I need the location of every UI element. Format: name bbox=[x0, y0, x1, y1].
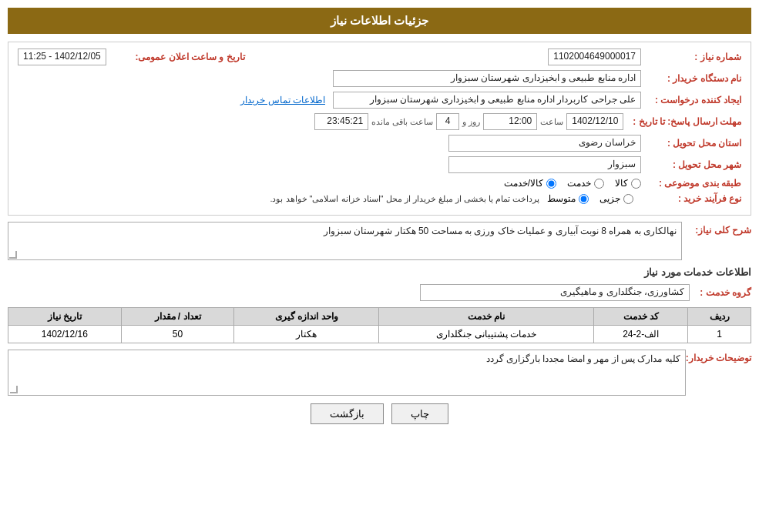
resize-handle bbox=[9, 251, 17, 259]
cell-service-code: الف-2-24 bbox=[594, 326, 688, 343]
category-radio-khedmat-input[interactable] bbox=[594, 179, 604, 189]
buyer-org-label: نام دستگاه خریدار : bbox=[641, 73, 741, 84]
need-number-value: 1102004649000017 bbox=[548, 49, 641, 65]
services-table: ردیف کد خدمت نام خدمت واحد اندازه گیری ت… bbox=[8, 307, 751, 343]
purchase-type-motevaset[interactable]: متوسط bbox=[547, 193, 589, 204]
table-header-quantity: تعداد / مقدار bbox=[121, 308, 234, 326]
buyer-notes-text: کلیه مدارک پس از مهر و امضا مجددا بارگزا… bbox=[486, 353, 680, 364]
need-number-label: شماره نیاز : bbox=[641, 52, 741, 62]
deadline-remaining-label: ساعت باقی مانده bbox=[371, 117, 433, 127]
delivery-city-label: شهر محل تحویل : bbox=[641, 159, 741, 170]
cell-quantity: 50 bbox=[121, 326, 234, 343]
buyer-notes-resize-handle bbox=[10, 386, 18, 393]
deadline-time-label: ساعت bbox=[540, 117, 563, 127]
purchase-type-jozi[interactable]: جزیی bbox=[599, 193, 633, 204]
table-header-service-name: نام خدمت bbox=[379, 308, 594, 326]
category-label: طبقه بندی موضوعی : bbox=[641, 178, 741, 189]
cell-date: 1402/12/16 bbox=[8, 326, 122, 343]
cell-service-name: خدمات پشتیبانی جنگلداری bbox=[379, 326, 594, 343]
category-radio-kala-khedmat-label: کالا/خدمت bbox=[504, 178, 543, 189]
need-desc-label: شرح کلی نیاز: bbox=[682, 222, 751, 236]
cell-row-num: 1 bbox=[688, 326, 751, 343]
table-row: 1 الف-2-24 خدمات پشتیبانی جنگلداری هکتار… bbox=[8, 326, 751, 343]
deadline-days-value: 4 bbox=[436, 113, 459, 130]
print-button[interactable]: چاپ bbox=[391, 403, 448, 424]
purchase-type-radio-group: جزیی متوسط bbox=[547, 193, 633, 204]
deadline-time-value: 12:00 bbox=[483, 113, 537, 130]
purchase-type-jozi-input[interactable] bbox=[623, 194, 633, 204]
action-buttons: چاپ بازگشت bbox=[8, 403, 751, 424]
requester-value: علی جراحی کاربردار اداره منابع طبیعی و ا… bbox=[333, 92, 641, 109]
deadline-days-label: روز و bbox=[462, 117, 480, 127]
buyer-notes-label: توضیحات خریدار: bbox=[686, 350, 751, 363]
delivery-province-label: استان محل تحویل : bbox=[641, 138, 741, 149]
table-header-row-num: ردیف bbox=[688, 308, 751, 326]
delivery-city-value: سبزوار bbox=[448, 156, 641, 173]
buyer-notes-box: کلیه مدارک پس از مهر و امضا مجددا بارگزا… bbox=[8, 350, 686, 396]
requester-contact-link[interactable]: اطلاعات تماس خریدار bbox=[240, 95, 325, 105]
deadline-label: مهلت ارسال پاسخ: تا تاریخ : bbox=[626, 116, 741, 127]
purchase-type-motevaset-label: متوسط bbox=[547, 193, 576, 204]
category-radio-group: کالا خدمت کالا/خدمت bbox=[504, 178, 641, 189]
deadline-date-value: 1402/12/10 bbox=[566, 113, 623, 130]
purchase-type-motevaset-input[interactable] bbox=[579, 194, 589, 204]
cell-unit: هکتار bbox=[234, 326, 379, 343]
category-radio-kala-khedmat[interactable]: کالا/خدمت bbox=[504, 178, 556, 189]
table-header-unit: واحد اندازه گیری bbox=[234, 308, 379, 326]
category-radio-kala-khedmat-input[interactable] bbox=[546, 179, 556, 189]
services-section-title: اطلاعات خدمات مورد نیاز bbox=[8, 266, 751, 278]
back-button[interactable]: بازگشت bbox=[311, 403, 384, 424]
category-radio-kala-label: کالا bbox=[615, 178, 628, 189]
category-radio-khedmat[interactable]: خدمت bbox=[567, 178, 604, 189]
category-radio-khedmat-label: خدمت bbox=[567, 178, 591, 189]
category-radio-kala-input[interactable] bbox=[631, 179, 641, 189]
table-header-service-code: کد خدمت bbox=[594, 308, 688, 326]
buyer-org-value: اداره منابع طبیعی و ابخیزداری شهرستان سب… bbox=[333, 70, 641, 87]
announcement-value: 1402/12/05 - 11:25 bbox=[18, 49, 106, 65]
need-desc-value: نهالکاری به همراه 8 نوبت آبیاری و عملیات… bbox=[8, 222, 682, 260]
requester-label: ایجاد کننده درخواست : bbox=[641, 95, 741, 105]
deadline-remaining-value: 23:45:21 bbox=[314, 113, 368, 130]
page-title: جزئیات اطلاعات نیاز bbox=[8, 8, 751, 34]
purchase-type-label: نوع فرآیند خرید : bbox=[641, 193, 741, 204]
purchase-type-note: پرداخت تمام یا بخشی از مبلغ خریدار از مح… bbox=[270, 194, 539, 204]
service-group-value: کشاورزی، جنگلداری و ماهیگیری bbox=[420, 284, 690, 301]
service-group-label: گروه خدمت : bbox=[690, 287, 751, 298]
announcement-label: تاریخ و ساعت اعلان عمومی: bbox=[106, 52, 245, 62]
delivery-province-value: خراسان رضوی bbox=[448, 135, 641, 152]
category-radio-kala[interactable]: کالا bbox=[615, 178, 641, 189]
purchase-type-jozi-label: جزیی bbox=[599, 193, 620, 204]
table-header-date: تاریخ نیاز bbox=[8, 308, 122, 326]
